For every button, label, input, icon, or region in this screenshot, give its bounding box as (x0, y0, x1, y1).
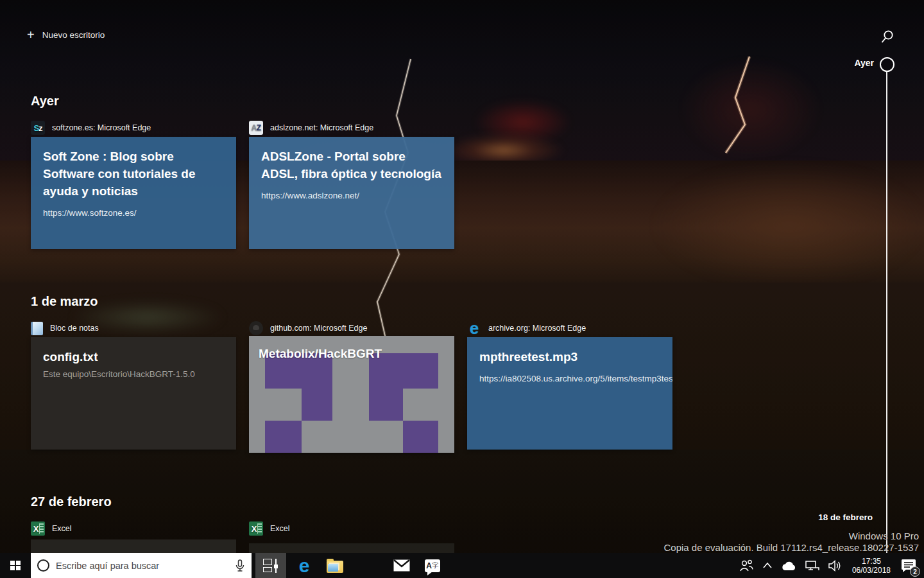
hackbgrt-logo-block (265, 421, 302, 453)
card-source-header: Sz softzone.es: Microsoft Edge (31, 120, 151, 136)
card-source-header: X Excel (249, 521, 290, 536)
excel-icon: X (31, 521, 45, 536)
microphone-icon[interactable] (235, 559, 245, 572)
card-source-label: softzone.es: Microsoft Edge (52, 123, 151, 132)
people-icon (739, 559, 754, 572)
taskbar-edge-button[interactable]: e (289, 553, 320, 578)
clock-date: 06/03/2018 (852, 566, 891, 575)
section-title-ayer: Ayer (31, 94, 59, 109)
card-source-label: Excel (52, 524, 72, 533)
section-title-1-marzo: 1 de marzo (31, 294, 98, 309)
card-source-header: Bloc de notas (31, 320, 99, 336)
activity-card-excel-partial[interactable] (31, 539, 236, 553)
edge-icon: e (467, 321, 481, 335)
clock[interactable]: 17:35 06/03/2018 (847, 553, 896, 578)
hackbgrt-logo-block (403, 421, 438, 453)
show-hidden-icons-button[interactable] (758, 553, 776, 578)
windows-logo-icon (10, 561, 21, 571)
card-title: ADSLZone - Portal sobre ADSL, fibra ópti… (261, 148, 442, 182)
start-button[interactable] (0, 553, 31, 578)
watermark-build: Copia de evaluación. Build 17112.rs4_rel… (663, 542, 919, 554)
taskbar: e A字 (0, 553, 924, 578)
card-source-header: X Excel (31, 521, 72, 536)
activity-card-excel-partial[interactable] (249, 543, 454, 553)
notification-badge: 2 (910, 566, 920, 577)
github-icon (249, 321, 263, 335)
card-source-header: e archive.org: Microsoft Edge (467, 320, 586, 336)
edge-icon: e (299, 556, 310, 575)
file-explorer-icon (327, 561, 343, 573)
windows-evaluation-watermark: Windows 10 Pro Copia de evaluación. Buil… (663, 530, 919, 554)
task-view-button[interactable] (255, 553, 286, 578)
translator-icon: A字 (425, 559, 440, 572)
taskbar-mail-button[interactable] (386, 553, 417, 578)
hackbgrt-logo-block (369, 389, 403, 421)
timeline-rail[interactable] (886, 71, 887, 553)
card-source-header: AZ adslzone.net: Microsoft Edge (249, 120, 373, 136)
section-title-27-febrero: 27 de febrero (31, 495, 112, 509)
new-desktop-button[interactable]: + Nuevo escritorio (27, 29, 105, 40)
activity-card-softzone[interactable]: Soft Zone : Blog sobre Software con tuto… (31, 137, 236, 249)
activity-card-hackbgrt[interactable]: Metabolix/HackBGRT (249, 336, 454, 453)
activity-card-config-txt[interactable]: config.txt Este equipo\Escritorio\HackBG… (31, 337, 236, 450)
onedrive-cloud-icon (781, 561, 796, 571)
system-tray: 17:35 06/03/2018 2 (734, 553, 924, 578)
plus-icon: + (27, 29, 35, 40)
lightning-bolts-graphic (0, 0, 924, 578)
card-source-label: github.com: Microsoft Edge (270, 324, 367, 333)
card-url: https://www.softzone.es/ (43, 207, 224, 218)
card-title: Soft Zone : Blog sobre Software con tuto… (43, 148, 224, 200)
windows-timeline-view: + Nuevo escritorio Ayer 18 de febrero Ay… (0, 0, 924, 578)
watermark-edition: Windows 10 Pro (663, 530, 919, 542)
timeline-rail-bottom-label: 18 de febrero (744, 512, 873, 522)
card-source-header: github.com: Microsoft Edge (249, 320, 367, 336)
taskbar-translator-button[interactable]: A字 (417, 553, 448, 578)
volume-button[interactable] (824, 553, 847, 578)
network-button[interactable] (801, 553, 824, 578)
search-input[interactable] (56, 561, 228, 571)
people-button[interactable] (734, 553, 758, 578)
cortana-ring-icon (37, 559, 49, 572)
softzone-favicon-icon: Sz (31, 121, 45, 135)
new-desktop-label: Nuevo escritorio (42, 30, 105, 40)
card-title: mpthreetest.mp3 (479, 348, 660, 365)
card-source-label: Bloc de notas (50, 324, 99, 333)
onedrive-button[interactable] (776, 553, 801, 578)
activity-card-adslzone[interactable]: ADSLZone - Portal sobre ADSL, fibra ópti… (249, 137, 454, 249)
card-title: config.txt (43, 348, 224, 365)
card-source-label: Excel (270, 524, 290, 533)
action-center-button[interactable]: 2 (896, 553, 924, 578)
search-icon[interactable] (880, 29, 895, 44)
timeline-scrubber-knob[interactable] (880, 57, 894, 72)
card-file-path: Este equipo\Escritorio\HackBGRT-1.5.0 (43, 369, 224, 379)
activity-card-mpthreetest[interactable]: mpthreetest.mp3 https://ia802508.us.arch… (467, 337, 672, 450)
adslzone-favicon-icon: AZ (249, 121, 263, 135)
volume-icon (828, 560, 843, 572)
card-url: https://ia802508.us.archive.org/5/items/… (479, 373, 660, 384)
taskbar-search-box[interactable] (31, 553, 252, 578)
notepad-icon (31, 322, 43, 335)
task-view-icon (263, 559, 278, 573)
network-icon (805, 560, 819, 572)
hackbgrt-logo-block (302, 389, 332, 421)
excel-icon: X (249, 521, 263, 536)
card-url: https://www.adslzone.net/ (261, 190, 442, 201)
card-source-label: adslzone.net: Microsoft Edge (270, 123, 373, 132)
chevron-up-icon (763, 563, 772, 568)
timeline-rail-top-label: Ayer (828, 58, 874, 68)
mail-icon (393, 559, 410, 572)
clock-time: 17:35 (852, 557, 891, 566)
card-source-label: archive.org: Microsoft Edge (488, 324, 586, 333)
taskbar-file-explorer-button[interactable] (320, 553, 350, 578)
card-title: Metabolix/HackBGRT (259, 347, 382, 361)
